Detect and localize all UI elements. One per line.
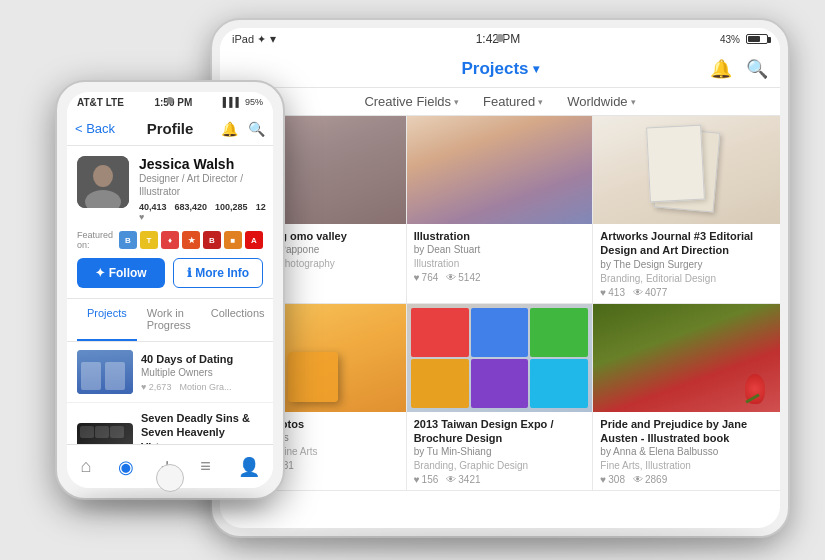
likes-2: ♥ 764 bbox=[414, 272, 439, 283]
views-6: 👁 2869 bbox=[633, 474, 667, 485]
battery-indicator bbox=[746, 34, 768, 44]
tab-projects[interactable]: Projects bbox=[77, 299, 137, 341]
tab-wip[interactable]: Work in Progress bbox=[137, 299, 201, 341]
list-info-1: 40 Days of Dating Multiple Owners ♥ 2,67… bbox=[141, 352, 263, 392]
avatar bbox=[77, 156, 129, 208]
tablet-nav-title[interactable]: Projects ▾ bbox=[461, 59, 538, 79]
notification-icon[interactable]: 🔔 bbox=[710, 58, 732, 80]
featured-label: Featured on: bbox=[77, 230, 114, 250]
grid-category-6: Fine Arts, Illustration bbox=[600, 460, 773, 471]
badge-darkred: B bbox=[203, 231, 221, 249]
phone-time: 1:50 PM bbox=[154, 97, 192, 108]
profile-title: Designer / Art Director / Illustrator bbox=[139, 172, 266, 198]
nav-profile[interactable]: 👤 bbox=[230, 452, 268, 482]
tablet-nav-actions: 🔔 🔍 bbox=[710, 58, 768, 80]
menu-icon: ≡ bbox=[200, 456, 211, 477]
grid-category-2: Illustration bbox=[414, 258, 586, 269]
phone-notification-icon[interactable]: 🔔 bbox=[221, 121, 238, 137]
profile-section: Jessica Walsh Designer / Art Director / … bbox=[67, 146, 273, 299]
grid-item-2[interactable]: Illustration by Dean Stuart Illustration… bbox=[407, 116, 594, 304]
list-item-1[interactable]: 40 Days of Dating Multiple Owners ♥ 2,67… bbox=[67, 342, 273, 403]
profile-top: Jessica Walsh Designer / Art Director / … bbox=[77, 156, 263, 222]
tab-collections[interactable]: Collections bbox=[201, 299, 273, 341]
phone-device: AT&T LTE 1:50 PM ▌▌▌ 95% < Back Profile … bbox=[55, 80, 285, 500]
tablet-status-left: iPad ✦ ▾ bbox=[232, 32, 276, 46]
back-label: < Back bbox=[75, 121, 115, 136]
tablet-screen: iPad ✦ ▾ 1:42 PM 43% Projects ▾ 🔔 🔍 bbox=[220, 28, 780, 528]
grid-by-2: by Dean Stuart bbox=[414, 244, 586, 255]
creative-fields-label: Creative Fields bbox=[364, 94, 451, 109]
chevron-down-icon: ▾ bbox=[454, 97, 459, 107]
grid-title-2: Illustration bbox=[414, 229, 586, 243]
views-5: 👁 3421 bbox=[446, 474, 480, 485]
list-likes-1: ♥ 2,673 bbox=[141, 382, 171, 392]
views-2: 👁 5142 bbox=[446, 272, 480, 283]
grid-item-5[interactable]: 2013 Taiwan Design Expo / Brochure Desig… bbox=[407, 304, 594, 492]
phone-screen: AT&T LTE 1:50 PM ▌▌▌ 95% < Back Profile … bbox=[67, 92, 273, 488]
worldwide-label: Worldwide bbox=[567, 94, 627, 109]
badge-orange: ★ bbox=[182, 231, 200, 249]
projects-title: Projects bbox=[461, 59, 528, 79]
chevron-down-icon: ▾ bbox=[631, 97, 636, 107]
nav-home[interactable]: ⌂ bbox=[72, 452, 99, 481]
profile-info: Jessica Walsh Designer / Art Director / … bbox=[139, 156, 266, 222]
profile-tabs: Projects Work in Progress Collections bbox=[67, 299, 273, 342]
tablet-device: iPad ✦ ▾ 1:42 PM 43% Projects ▾ 🔔 🔍 bbox=[210, 18, 790, 538]
featured-on: Featured on: B T ♦ ★ B ■ A bbox=[77, 230, 263, 250]
grid-info-5: 2013 Taiwan Design Expo / Brochure Desig… bbox=[407, 412, 593, 491]
phone-camera bbox=[167, 97, 174, 104]
explore-icon: ◉ bbox=[118, 456, 134, 478]
likes-3: ♥ 413 bbox=[600, 287, 625, 298]
badge-behance: B bbox=[119, 231, 137, 249]
tab-projects-label: Projects bbox=[87, 307, 127, 319]
back-button[interactable]: < Back bbox=[75, 121, 115, 136]
profile-actions: ✦ Follow ℹ More Info bbox=[77, 258, 263, 288]
grid-title-3: Artworks Journal #3 Editorial Design and… bbox=[600, 229, 773, 258]
badge-adobe: A bbox=[245, 231, 263, 249]
featured-filter[interactable]: Featured ▾ bbox=[483, 94, 543, 109]
stat-followers: 100,285 bbox=[215, 202, 248, 222]
creative-fields-filter[interactable]: Creative Fields ▾ bbox=[364, 94, 459, 109]
chevron-down-icon: ▾ bbox=[533, 62, 539, 76]
grid-title-6: Pride and Prejudice by Jane Austen - Ill… bbox=[600, 417, 773, 446]
grid-item-3[interactable]: Artworks Journal #3 Editorial Design and… bbox=[593, 116, 780, 304]
phone-nav-icons: 🔔 🔍 bbox=[221, 121, 265, 137]
list-thumb-1 bbox=[77, 350, 133, 394]
likes-5: ♥ 156 bbox=[414, 474, 439, 485]
grid-stats-5: ♥ 156 👁 3421 bbox=[414, 474, 586, 485]
tablet-battery-label: 43% bbox=[720, 34, 740, 45]
grid-info-3: Artworks Journal #3 Editorial Design and… bbox=[593, 224, 780, 303]
more-info-button[interactable]: ℹ More Info bbox=[173, 258, 263, 288]
grid-info-6: Pride and Prejudice by Jane Austen - Ill… bbox=[593, 412, 780, 491]
follow-button[interactable]: ✦ Follow bbox=[77, 258, 165, 288]
home-button[interactable] bbox=[156, 464, 184, 492]
phone-status-right: ▌▌▌ 95% bbox=[223, 97, 263, 107]
search-icon[interactable]: 🔍 bbox=[746, 58, 768, 80]
nav-explore[interactable]: ◉ bbox=[110, 452, 142, 482]
worldwide-filter[interactable]: Worldwide ▾ bbox=[567, 94, 635, 109]
more-info-label: ℹ More Info bbox=[187, 266, 249, 280]
profile-name: Jessica Walsh bbox=[139, 156, 266, 172]
phone-navbar: < Back Profile 🔔 🔍 bbox=[67, 112, 273, 146]
grid-item-6[interactable]: Pride and Prejudice by Jane Austen - Ill… bbox=[593, 304, 780, 492]
phone-search-icon[interactable]: 🔍 bbox=[248, 121, 265, 137]
stat-views: 683,420 bbox=[175, 202, 208, 222]
svg-point-1 bbox=[93, 165, 113, 187]
nav-menu[interactable]: ≡ bbox=[192, 452, 219, 481]
phone-carrier: AT&T LTE bbox=[77, 97, 124, 108]
tab-wip-label: Work in Progress bbox=[147, 307, 191, 331]
tablet-filter-bar: Creative Fields ▾ Featured ▾ Worldwide ▾ bbox=[220, 88, 780, 116]
grid-title-5: 2013 Taiwan Design Expo / Brochure Desig… bbox=[414, 417, 586, 446]
signal-icon: ▌▌▌ bbox=[223, 97, 242, 107]
stat-following: 12 bbox=[256, 202, 266, 222]
home-icon: ⌂ bbox=[80, 456, 91, 477]
profile-stats: 40,413 ♥ 683,420 100,285 12 bbox=[139, 202, 266, 222]
likes-6: ♥ 308 bbox=[600, 474, 625, 485]
profile-icon: 👤 bbox=[238, 456, 260, 478]
follow-label: ✦ Follow bbox=[95, 266, 146, 280]
badge-amber: ■ bbox=[224, 231, 242, 249]
list-owner-1: Multiple Owners bbox=[141, 367, 263, 378]
stat-likes: 40,413 ♥ bbox=[139, 202, 167, 222]
badge-t: T bbox=[140, 231, 158, 249]
tablet-navbar: Projects ▾ 🔔 🔍 bbox=[220, 50, 780, 88]
